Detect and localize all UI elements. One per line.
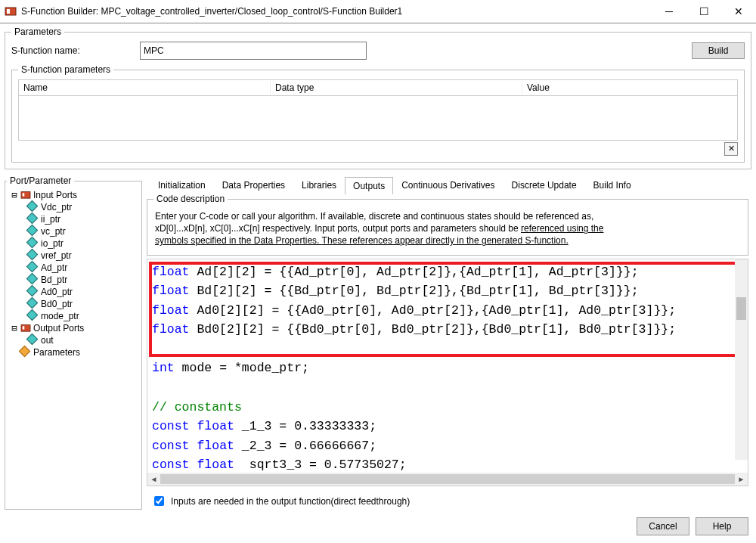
tree-input-port[interactable]: io_ptr <box>25 237 140 250</box>
diamond-icon <box>28 238 39 249</box>
diamond-icon <box>28 202 39 213</box>
direct-feedthrough-label: Inputs are needed in the output function… <box>171 496 410 507</box>
tabs: InitializationData PropertiesLibrariesOu… <box>144 175 751 194</box>
params-table-header: Name Data type Value <box>18 79 738 96</box>
tree-input-port[interactable]: vref_ptr <box>25 250 140 262</box>
code-description-group: Code description Enter your C-code or ca… <box>147 194 748 256</box>
tab-libraries[interactable]: Libraries <box>293 176 345 194</box>
spacer <box>10 347 19 358</box>
minimize-button[interactable]: ─ <box>652 0 686 23</box>
port-label: vc_ptr <box>41 226 66 237</box>
port-label: out <box>41 335 54 346</box>
collapse-icon[interactable]: ⊟ <box>10 323 19 334</box>
folder-icon <box>20 190 31 200</box>
tree-input-port[interactable]: mode_ptr <box>25 310 140 322</box>
tree-label: Input Ports <box>33 190 77 200</box>
diamond-icon <box>28 214 39 225</box>
tab-build-info[interactable]: Build Info <box>585 176 640 194</box>
code-description-legend: Code description <box>153 194 228 204</box>
th-value[interactable]: Value <box>522 81 737 95</box>
diamond-icon <box>28 250 39 261</box>
titlebar: S-Function Builder: MPC_voltage_controll… <box>0 0 756 23</box>
collapse-icon[interactable]: ⊟ <box>10 190 19 200</box>
diamond-icon <box>28 287 39 297</box>
port-parameter-legend: Port/Parameter <box>7 175 74 186</box>
sfunction-name-input[interactable] <box>140 42 367 60</box>
port-label: Ad0_ptr <box>41 287 73 297</box>
diamond-icon <box>28 335 39 346</box>
tree-input-ports[interactable]: ⊟ Input Ports <box>8 189 140 201</box>
tab-data-properties[interactable]: Data Properties <box>214 176 293 194</box>
diamond-icon <box>28 226 39 237</box>
tab-continuous-derivatives[interactable]: Continuous Derivatives <box>393 176 503 194</box>
port-parameter-panel: Port/Parameter ⊟ Input Ports Vdc_ptrii_p… <box>5 175 142 510</box>
port-label: mode_ptr <box>41 311 79 321</box>
tab-initialization[interactable]: Initialization <box>150 176 214 194</box>
port-label: ii_ptr <box>41 214 60 225</box>
tree-input-port[interactable]: Ad0_ptr <box>25 286 140 298</box>
sfunction-name-label: S-function name: <box>11 45 132 56</box>
build-button[interactable]: Build <box>692 42 745 59</box>
th-type[interactable]: Data type <box>271 81 522 95</box>
tree-label: Output Ports <box>33 323 84 334</box>
tree-input-port[interactable]: Vdc_ptr <box>25 201 140 213</box>
tree-input-port[interactable]: Bd_ptr <box>25 274 140 286</box>
params-close-x-icon[interactable]: ✕ <box>724 142 738 156</box>
tree-parameters[interactable]: Parameters <box>8 346 140 358</box>
parameters-legend: Parameters <box>11 26 64 37</box>
diamond-icon <box>28 262 39 273</box>
sfunction-params-legend: S-function parameters <box>18 64 113 75</box>
scroll-right-icon[interactable]: ► <box>735 473 748 486</box>
params-table-body <box>18 96 738 141</box>
scroll-left-icon[interactable]: ◄ <box>147 473 160 486</box>
tree-input-port[interactable]: Ad_ptr <box>25 262 140 274</box>
help-button[interactable]: Help <box>696 517 748 535</box>
code-editor[interactable]: float Ad[2][2] = {{Ad_ptr[0], Ad_ptr[2]}… <box>147 259 748 486</box>
diamond-icon <box>28 299 39 309</box>
code-description-text: Enter your C-code or call your algorithm… <box>153 209 742 249</box>
port-label: Ad_ptr <box>41 262 67 273</box>
vertical-scrollbar[interactable] <box>735 259 748 460</box>
svg-rect-1 <box>7 9 10 14</box>
folder-icon <box>20 323 31 334</box>
direct-feedthrough-checkbox[interactable] <box>154 496 164 506</box>
th-name[interactable]: Name <box>19 81 271 95</box>
tab-outputs[interactable]: Outputs <box>345 177 393 194</box>
tree-output-ports[interactable]: ⊟ Output Ports <box>8 322 140 334</box>
horizontal-scrollbar[interactable]: ◄ ► <box>147 473 748 486</box>
tree-input-port[interactable]: vc_ptr <box>25 225 140 237</box>
code-text[interactable]: float Ad[2][2] = {{Ad_ptr[0], Ad_ptr[2]}… <box>147 259 748 473</box>
port-label: Vdc_ptr <box>41 202 72 213</box>
port-label: io_ptr <box>41 238 64 249</box>
port-label: vref_ptr <box>41 250 72 261</box>
tree-input-port[interactable]: ii_ptr <box>25 213 140 225</box>
sfunction-params-group: S-function parameters Name Data type Val… <box>11 64 745 163</box>
parameters-group: Parameters S-function name: Build S-func… <box>5 26 751 169</box>
cancel-button[interactable]: Cancel <box>637 517 689 535</box>
close-button[interactable]: ✕ <box>721 0 756 23</box>
tree-input-port[interactable]: Bd0_ptr <box>25 298 140 310</box>
svg-rect-5 <box>23 326 25 329</box>
port-tree: ⊟ Input Ports Vdc_ptrii_ptrvc_ptrio_ptrv… <box>8 189 140 358</box>
diamond-icon <box>28 275 39 285</box>
port-label: Bd_ptr <box>41 275 67 285</box>
window-title: S-Function Builder: MPC_voltage_controll… <box>21 6 652 17</box>
diamond-icon <box>28 311 39 321</box>
tree-output-port[interactable]: out <box>25 334 140 346</box>
tree-label: Parameters <box>33 347 80 358</box>
app-icon <box>5 5 17 17</box>
diamond-icon <box>20 347 31 358</box>
port-label: Bd0_ptr <box>41 299 73 309</box>
tab-discrete-update[interactable]: Discrete Update <box>503 176 585 194</box>
svg-rect-3 <box>23 193 25 196</box>
maximize-button[interactable]: ☐ <box>686 0 721 23</box>
